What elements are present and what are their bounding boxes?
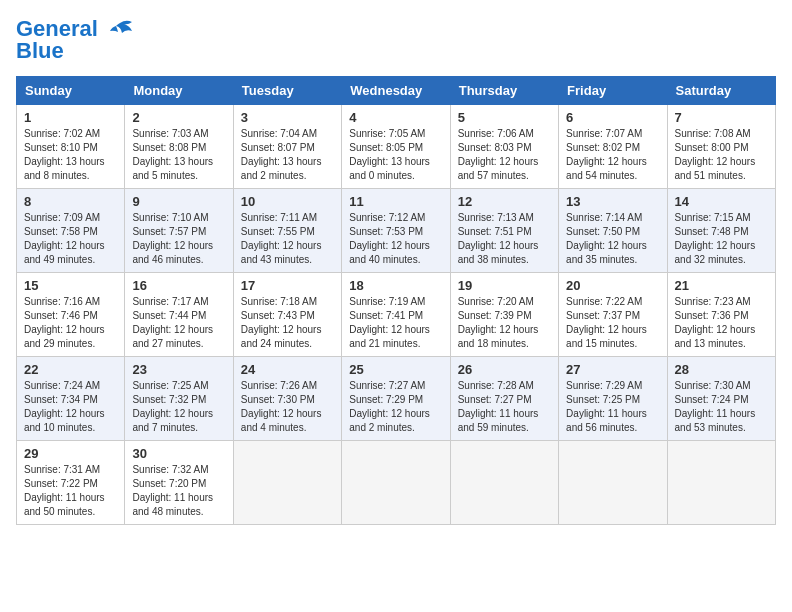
daylight-label: Daylight: 13 hours and 2 minutes. (241, 156, 322, 181)
day-number: 20 (566, 278, 659, 293)
calendar-cell: 26 Sunrise: 7:28 AM Sunset: 7:27 PM Dayl… (450, 357, 558, 441)
calendar-cell: 15 Sunrise: 7:16 AM Sunset: 7:46 PM Dayl… (17, 273, 125, 357)
calendar-week-row: 15 Sunrise: 7:16 AM Sunset: 7:46 PM Dayl… (17, 273, 776, 357)
sunset-label: Sunset: 7:46 PM (24, 310, 98, 321)
day-number: 5 (458, 110, 551, 125)
sunrise-label: Sunrise: 7:11 AM (241, 212, 317, 223)
day-info: Sunrise: 7:05 AM Sunset: 8:05 PM Dayligh… (349, 127, 442, 183)
day-number: 21 (675, 278, 768, 293)
sunset-label: Sunset: 8:03 PM (458, 142, 532, 153)
day-info: Sunrise: 7:22 AM Sunset: 7:37 PM Dayligh… (566, 295, 659, 351)
day-info: Sunrise: 7:27 AM Sunset: 7:29 PM Dayligh… (349, 379, 442, 435)
sunrise-label: Sunrise: 7:12 AM (349, 212, 425, 223)
sunrise-label: Sunrise: 7:06 AM (458, 128, 534, 139)
day-number: 3 (241, 110, 334, 125)
sunset-label: Sunset: 7:34 PM (24, 394, 98, 405)
calendar-cell: 14 Sunrise: 7:15 AM Sunset: 7:48 PM Dayl… (667, 189, 775, 273)
sunrise-label: Sunrise: 7:13 AM (458, 212, 534, 223)
sunset-label: Sunset: 7:22 PM (24, 478, 98, 489)
day-info: Sunrise: 7:09 AM Sunset: 7:58 PM Dayligh… (24, 211, 117, 267)
col-header-sunday: Sunday (17, 77, 125, 105)
calendar-cell: 17 Sunrise: 7:18 AM Sunset: 7:43 PM Dayl… (233, 273, 341, 357)
day-number: 11 (349, 194, 442, 209)
daylight-label: Daylight: 12 hours and 18 minutes. (458, 324, 539, 349)
logo: General Blue (16, 16, 134, 64)
day-number: 25 (349, 362, 442, 377)
calendar-cell: 20 Sunrise: 7:22 AM Sunset: 7:37 PM Dayl… (559, 273, 667, 357)
day-number: 24 (241, 362, 334, 377)
sunrise-label: Sunrise: 7:20 AM (458, 296, 534, 307)
day-info: Sunrise: 7:26 AM Sunset: 7:30 PM Dayligh… (241, 379, 334, 435)
day-number: 29 (24, 446, 117, 461)
day-info: Sunrise: 7:32 AM Sunset: 7:20 PM Dayligh… (132, 463, 225, 519)
day-number: 1 (24, 110, 117, 125)
day-number: 22 (24, 362, 117, 377)
logo-blue-text: Blue (16, 38, 64, 64)
daylight-label: Daylight: 12 hours and 7 minutes. (132, 408, 213, 433)
daylight-label: Daylight: 12 hours and 46 minutes. (132, 240, 213, 265)
day-info: Sunrise: 7:10 AM Sunset: 7:57 PM Dayligh… (132, 211, 225, 267)
day-number: 15 (24, 278, 117, 293)
sunrise-label: Sunrise: 7:15 AM (675, 212, 751, 223)
sunset-label: Sunset: 7:50 PM (566, 226, 640, 237)
sunrise-label: Sunrise: 7:27 AM (349, 380, 425, 391)
daylight-label: Daylight: 12 hours and 49 minutes. (24, 240, 105, 265)
day-info: Sunrise: 7:24 AM Sunset: 7:34 PM Dayligh… (24, 379, 117, 435)
day-number: 30 (132, 446, 225, 461)
sunset-label: Sunset: 7:51 PM (458, 226, 532, 237)
sunset-label: Sunset: 7:39 PM (458, 310, 532, 321)
day-info: Sunrise: 7:29 AM Sunset: 7:25 PM Dayligh… (566, 379, 659, 435)
sunset-label: Sunset: 8:02 PM (566, 142, 640, 153)
sunrise-label: Sunrise: 7:14 AM (566, 212, 642, 223)
page-header: General Blue (16, 16, 776, 64)
day-info: Sunrise: 7:06 AM Sunset: 8:03 PM Dayligh… (458, 127, 551, 183)
sunset-label: Sunset: 7:57 PM (132, 226, 206, 237)
daylight-label: Daylight: 13 hours and 8 minutes. (24, 156, 105, 181)
sunset-label: Sunset: 7:27 PM (458, 394, 532, 405)
sunrise-label: Sunrise: 7:03 AM (132, 128, 208, 139)
day-number: 10 (241, 194, 334, 209)
calendar-cell: 30 Sunrise: 7:32 AM Sunset: 7:20 PM Dayl… (125, 441, 233, 525)
sunset-label: Sunset: 7:44 PM (132, 310, 206, 321)
daylight-label: Daylight: 12 hours and 51 minutes. (675, 156, 756, 181)
day-info: Sunrise: 7:16 AM Sunset: 7:46 PM Dayligh… (24, 295, 117, 351)
calendar-cell (559, 441, 667, 525)
day-number: 14 (675, 194, 768, 209)
col-header-thursday: Thursday (450, 77, 558, 105)
calendar-cell: 2 Sunrise: 7:03 AM Sunset: 8:08 PM Dayli… (125, 105, 233, 189)
day-info: Sunrise: 7:31 AM Sunset: 7:22 PM Dayligh… (24, 463, 117, 519)
col-header-friday: Friday (559, 77, 667, 105)
sunrise-label: Sunrise: 7:31 AM (24, 464, 100, 475)
calendar-cell: 13 Sunrise: 7:14 AM Sunset: 7:50 PM Dayl… (559, 189, 667, 273)
day-number: 19 (458, 278, 551, 293)
sunset-label: Sunset: 7:32 PM (132, 394, 206, 405)
calendar-cell (450, 441, 558, 525)
calendar-week-row: 22 Sunrise: 7:24 AM Sunset: 7:34 PM Dayl… (17, 357, 776, 441)
calendar-cell: 21 Sunrise: 7:23 AM Sunset: 7:36 PM Dayl… (667, 273, 775, 357)
col-header-wednesday: Wednesday (342, 77, 450, 105)
sunset-label: Sunset: 7:20 PM (132, 478, 206, 489)
sunset-label: Sunset: 7:24 PM (675, 394, 749, 405)
calendar-cell (342, 441, 450, 525)
daylight-label: Daylight: 12 hours and 2 minutes. (349, 408, 430, 433)
day-info: Sunrise: 7:02 AM Sunset: 8:10 PM Dayligh… (24, 127, 117, 183)
day-info: Sunrise: 7:11 AM Sunset: 7:55 PM Dayligh… (241, 211, 334, 267)
sunrise-label: Sunrise: 7:25 AM (132, 380, 208, 391)
calendar-cell (667, 441, 775, 525)
day-info: Sunrise: 7:14 AM Sunset: 7:50 PM Dayligh… (566, 211, 659, 267)
sunset-label: Sunset: 8:08 PM (132, 142, 206, 153)
daylight-label: Daylight: 11 hours and 48 minutes. (132, 492, 213, 517)
calendar-cell: 12 Sunrise: 7:13 AM Sunset: 7:51 PM Dayl… (450, 189, 558, 273)
sunrise-label: Sunrise: 7:04 AM (241, 128, 317, 139)
sunset-label: Sunset: 8:00 PM (675, 142, 749, 153)
col-header-monday: Monday (125, 77, 233, 105)
sunset-label: Sunset: 8:07 PM (241, 142, 315, 153)
sunrise-label: Sunrise: 7:22 AM (566, 296, 642, 307)
calendar-cell: 10 Sunrise: 7:11 AM Sunset: 7:55 PM Dayl… (233, 189, 341, 273)
calendar-cell: 19 Sunrise: 7:20 AM Sunset: 7:39 PM Dayl… (450, 273, 558, 357)
sunrise-label: Sunrise: 7:08 AM (675, 128, 751, 139)
day-number: 16 (132, 278, 225, 293)
day-number: 23 (132, 362, 225, 377)
calendar-cell: 29 Sunrise: 7:31 AM Sunset: 7:22 PM Dayl… (17, 441, 125, 525)
calendar-table: SundayMondayTuesdayWednesdayThursdayFrid… (16, 76, 776, 525)
